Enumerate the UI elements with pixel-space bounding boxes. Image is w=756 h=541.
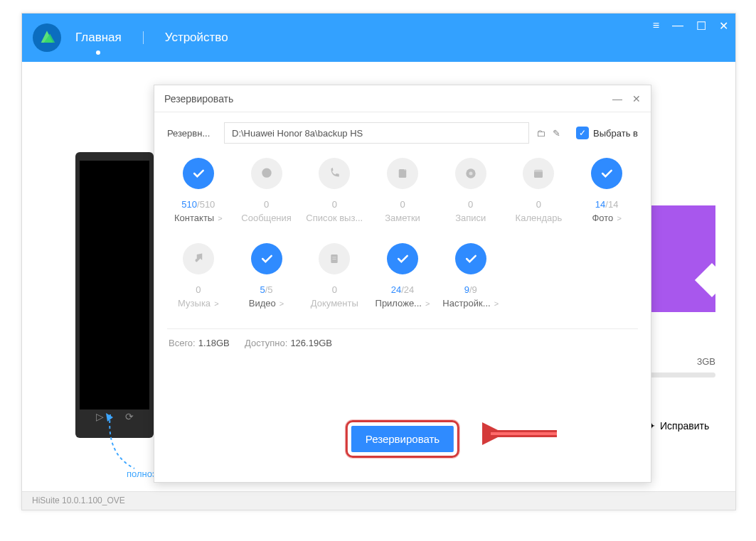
category-документы[interactable]: 0Документы [300,243,368,309]
modal-title: Резервировать [164,93,233,105]
checkbox-checked-icon: ✓ [576,127,589,139]
nav-main[interactable]: Главная [75,31,122,45]
category-count: 0 [300,199,368,210]
category-count: 0 [505,199,573,210]
select-all-checkbox[interactable]: ✓ Выбрать в [576,127,638,139]
maximize-icon[interactable]: ☐ [696,19,706,33]
category-count: 5/5 [233,284,301,295]
note-icon [387,158,418,189]
category-контакты[interactable]: 510/510Контакты > [164,158,233,223]
category-label: Заметки [368,213,437,223]
close-icon[interactable]: ✕ [719,19,728,33]
category-музыка[interactable]: 0Музыка > [164,243,233,309]
app-logo-icon [33,23,61,52]
minimize-icon[interactable]: — [672,19,683,33]
category-label: Видео > [233,298,301,309]
category-настройк[interactable]: 9/9Настройк... > [437,243,505,309]
svg-point-6 [469,172,472,176]
category-заметки[interactable]: 0Заметки [368,158,437,223]
title-bar: Главная Устройство ≡ — ☐ ✕ [22,14,735,62]
category-label: Фото > [573,213,641,223]
status-bar: HiSuite 10.0.1.100_OVE [22,491,735,510]
category-count: 9/9 [437,284,505,295]
category-count: 0 [437,199,505,210]
category-count: 0 [300,284,368,295]
category-приложе[interactable]: 24/24Приложе... > [368,243,437,309]
checkmark-icon [455,243,486,274]
category-count: 14/14 [573,199,641,210]
svg-rect-10 [333,257,336,257]
category-label: Приложе... > [368,298,437,309]
storage-text: 3GB [647,356,715,367]
category-видео[interactable]: 5/5Видео > [233,243,301,309]
checkmark-icon [591,158,622,189]
music-icon [183,243,214,274]
category-записи[interactable]: 0Записи [437,158,505,223]
phone-preview: ▷ ⟳ [75,152,154,438]
rec-icon [455,158,486,189]
backup-modal: Резервировать — ✕ Резервн... D:\Huawei H… [154,85,651,483]
category-label: Записи [437,213,505,223]
checkmark-icon [387,243,418,274]
backup-path-input[interactable]: D:\Huawei Honor 8a\backup HS [224,122,529,144]
category-сообщения[interactable]: 0Сообщения [233,158,301,223]
checkmark-icon [251,243,282,274]
category-count: 0 [368,199,437,210]
annotation-arrow-icon [482,419,560,448]
hamburger-icon[interactable]: ≡ [653,19,659,33]
category-label: Календарь [505,213,573,223]
bubble-icon [251,158,282,189]
backup-button-highlight: Резервировать [346,420,459,458]
svg-rect-4 [399,169,407,178]
category-count: 24/24 [368,284,437,295]
play-icon[interactable]: ▷ [96,411,104,422]
category-label: Музыка > [164,298,233,309]
storage-bar [647,373,715,377]
category-фото[interactable]: 14/14Фото > [573,158,641,223]
cal-icon [523,158,554,189]
category-count: 0 [233,199,301,210]
category-label: Сообщения [233,213,301,223]
hint-arrow-icon [103,412,153,474]
app-window: Главная Устройство ≡ — ☐ ✕ ▷ ⟳ полноэкра… [21,13,736,510]
checkmark-icon [183,158,214,189]
phone-icon [319,158,350,189]
modal-close-icon[interactable]: ✕ [632,93,641,105]
category-count: 510/510 [164,199,233,210]
svg-point-3 [262,168,271,178]
category-календарь[interactable]: 0Календарь [505,158,573,223]
path-label: Резервн... [167,128,217,139]
category-count: 0 [164,284,233,295]
modal-minimize-icon[interactable]: — [612,93,622,105]
category-списоквыз[interactable]: 0Список выз... [300,158,368,223]
edit-icon[interactable]: ✎ [553,128,560,139]
totals-row: Всего:1.18GB Доступно:126.19GB [154,329,651,357]
category-label: Контакты > [164,213,233,223]
category-label: Список выз... [300,213,368,223]
svg-rect-8 [534,170,543,172]
category-tile[interactable] [647,205,715,312]
doc-icon [319,243,350,274]
phone-screen [80,161,149,409]
category-label: Настройк... > [437,298,505,309]
nav-device[interactable]: Устройство [165,31,228,45]
category-label: Документы [300,298,368,309]
backup-button[interactable]: Резервировать [351,426,454,452]
svg-rect-11 [333,259,336,259]
fix-button[interactable]: ✦ Исправить [647,420,715,432]
folder-icon[interactable]: 🗀 [536,128,545,139]
